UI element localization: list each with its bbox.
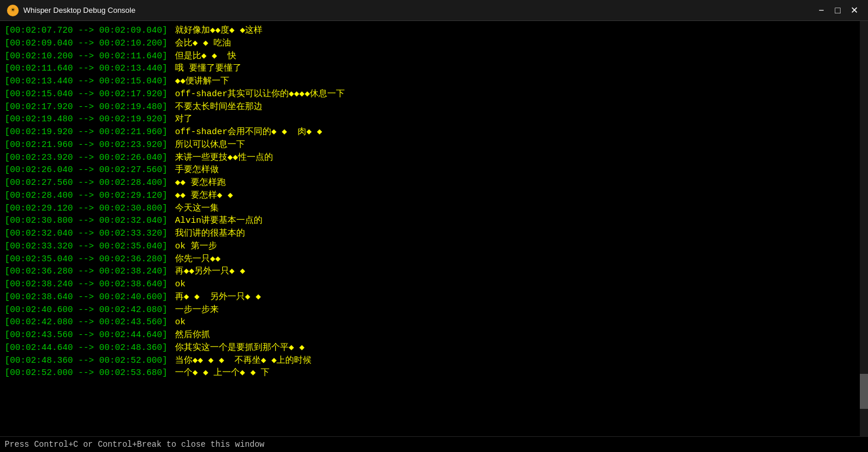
console-line: [00:02:38.640 --> 00:02:40.600] 再◆ ◆ 另外一…	[5, 291, 863, 304]
timestamp: [00:02:13.440 --> 00:02:15.040]	[5, 75, 167, 88]
timestamp: [00:02:40.600 --> 00:02:42.080]	[5, 304, 167, 317]
line-content: off-shader会用不同的◆ ◆ 肉◆ ◆	[170, 126, 322, 139]
line-content: ok	[170, 316, 186, 329]
timestamp: [00:02:19.480 --> 00:02:19.920]	[5, 113, 167, 126]
line-content: 你其实这一个是要抓到那个平◆ ◆	[170, 342, 304, 355]
timestamp: [00:02:42.080 --> 00:02:43.560]	[5, 316, 167, 329]
line-content: ◆◆ 要怎样◆ ◆	[170, 190, 233, 202]
console-line: [00:02:23.920 --> 00:02:26.040] 来讲一些更技◆◆…	[5, 152, 863, 164]
timestamp: [00:02:33.320 --> 00:02:35.040]	[5, 240, 167, 253]
close-button[interactable]: ✕	[847, 3, 861, 17]
title-bar: ☀ Whisper Desktop Debug Console − □ ✕	[0, 0, 868, 21]
console-line: [00:02:48.360 --> 00:02:52.000] 当你◆◆ ◆ ◆…	[5, 355, 863, 367]
timestamp: [00:02:23.920 --> 00:02:26.040]	[5, 152, 167, 164]
timestamp: [00:02:38.640 --> 00:02:40.600]	[5, 291, 167, 304]
console-line: [00:02:19.920 --> 00:02:21.960] off-shad…	[5, 126, 863, 139]
console-line: [00:02:44.640 --> 00:02:48.360] 你其实这一个是要…	[5, 342, 863, 355]
console-line: [00:02:17.920 --> 00:02:19.480] 不要太长时间坐在…	[5, 101, 863, 114]
scrollbar-thumb[interactable]	[860, 374, 868, 409]
timestamp: [00:02:09.040 --> 00:02:10.200]	[5, 37, 167, 50]
line-content: 手要怎样做	[170, 164, 219, 177]
console-line: [00:02:33.320 --> 00:02:35.040] ok 第一步	[5, 240, 863, 253]
line-content: 我们讲的很基本的	[170, 227, 245, 240]
maximize-button[interactable]: □	[831, 3, 845, 17]
line-content: 但是比◆ ◆ 快	[170, 50, 236, 63]
timestamp: [00:02:44.640 --> 00:02:48.360]	[5, 342, 167, 355]
window-title: Whisper Desktop Debug Console	[23, 6, 814, 15]
timestamp: [00:02:26.040 --> 00:02:27.560]	[5, 164, 167, 177]
line-content: 对了	[170, 113, 192, 126]
timestamp: [00:02:30.800 --> 00:02:32.040]	[5, 215, 167, 227]
line-content: ◆◆ 要怎样跑	[170, 177, 226, 190]
console-line: [00:02:10.200 --> 00:02:11.640] 但是比◆ ◆ 快	[5, 50, 863, 63]
main-window: ☀ Whisper Desktop Debug Console − □ ✕ [0…	[0, 0, 868, 452]
timestamp: [00:02:19.920 --> 00:02:21.960]	[5, 126, 167, 139]
console-line: [00:02:32.040 --> 00:02:33.320] 我们讲的很基本的	[5, 227, 863, 240]
console-line: [00:02:26.040 --> 00:02:27.560] 手要怎样做	[5, 164, 863, 177]
console-line: [00:02:29.120 --> 00:02:30.800] 今天这一集	[5, 202, 863, 215]
line-content: 来讲一些更技◆◆性一点的	[170, 152, 273, 164]
timestamp: [00:02:15.040 --> 00:02:17.920]	[5, 88, 167, 101]
console-line: [00:02:42.080 --> 00:02:43.560] ok	[5, 316, 863, 329]
console-line: [00:02:09.040 --> 00:02:10.200] 会比◆ ◆ 吃油	[5, 37, 863, 50]
app-icon: ☀	[7, 5, 19, 16]
timestamp: [00:02:36.280 --> 00:02:38.240]	[5, 265, 167, 278]
console-content[interactable]: [00:02:07.720 --> 00:02:09.040] 就好像加◆◆度◆…	[0, 23, 868, 434]
timestamp: [00:02:11.640 --> 00:02:13.440]	[5, 62, 167, 75]
status-bar: Press Control+C or Control+Break to clos…	[0, 436, 868, 452]
console-line: [00:02:21.960 --> 00:02:23.920] 所以可以休息一下	[5, 139, 863, 152]
console-line: [00:02:30.800 --> 00:02:32.040] Alvin讲要基…	[5, 215, 863, 227]
console-line: [00:02:36.280 --> 00:02:38.240] 再◆◆另外一只◆…	[5, 265, 863, 278]
timestamp: [00:02:17.920 --> 00:02:19.480]	[5, 101, 167, 114]
line-content: 会比◆ ◆ 吃油	[170, 37, 231, 50]
line-content: 再◆ ◆ 另外一只◆ ◆	[170, 291, 261, 304]
console-line: [00:02:11.640 --> 00:02:13.440] 哦 要懂了要懂了	[5, 62, 863, 75]
timestamp: [00:02:10.200 --> 00:02:11.640]	[5, 50, 167, 63]
line-content: 一步一步来	[170, 304, 219, 317]
line-content: ok 第一步	[170, 240, 217, 253]
line-content: 哦 要懂了要懂了	[170, 62, 242, 75]
line-content: 就好像加◆◆度◆ ◆这样	[170, 24, 262, 37]
line-content: Alvin讲要基本一点的	[170, 215, 262, 227]
console-line: [00:02:43.560 --> 00:02:44.640] 然后你抓	[5, 329, 863, 342]
timestamp: [00:02:27.560 --> 00:02:28.400]	[5, 177, 167, 190]
line-content: 今天这一集	[170, 202, 219, 215]
timestamp: [00:02:29.120 --> 00:02:30.800]	[5, 202, 167, 215]
line-content: 所以可以休息一下	[170, 139, 245, 152]
console-line: [00:02:15.040 --> 00:02:17.920] off-shad…	[5, 88, 863, 101]
status-text: Press Control+C or Control+Break to clos…	[5, 440, 264, 449]
console-line: [00:02:07.720 --> 00:02:09.040] 就好像加◆◆度◆…	[5, 24, 863, 37]
timestamp: [00:02:52.000 --> 00:02:53.680]	[5, 367, 167, 380]
minimize-button[interactable]: −	[814, 3, 828, 17]
scrollbar-track[interactable]	[860, 21, 868, 436]
line-content: ◆◆便讲解一下	[170, 75, 229, 88]
console-line: [00:02:13.440 --> 00:02:15.040] ◆◆便讲解一下	[5, 75, 863, 88]
timestamp: [00:02:43.560 --> 00:02:44.640]	[5, 329, 167, 342]
line-content: ok	[170, 278, 186, 291]
timestamp: [00:02:07.720 --> 00:02:09.040]	[5, 24, 167, 37]
console-line: [00:02:52.000 --> 00:02:53.680] 一个◆ ◆ 上一…	[5, 367, 863, 380]
console-line: [00:02:28.400 --> 00:02:29.120] ◆◆ 要怎样◆ …	[5, 190, 863, 202]
timestamp: [00:02:21.960 --> 00:02:23.920]	[5, 139, 167, 152]
timestamp: [00:02:38.240 --> 00:02:38.640]	[5, 278, 167, 291]
line-content: 再◆◆另外一只◆ ◆	[170, 265, 245, 278]
console-line: [00:02:38.240 --> 00:02:38.640] ok	[5, 278, 863, 291]
window-controls: − □ ✕	[814, 3, 861, 17]
timestamp: [00:02:35.040 --> 00:02:36.280]	[5, 253, 167, 266]
console-line: [00:02:19.480 --> 00:02:19.920] 对了	[5, 113, 863, 126]
line-content: off-shader其实可以让你的◆◆◆◆休息一下	[170, 88, 345, 101]
line-content: 一个◆ ◆ 上一个◆ ◆ 下	[170, 367, 270, 380]
console-line: [00:02:27.560 --> 00:02:28.400] ◆◆ 要怎样跑	[5, 177, 863, 190]
console-line: [00:02:40.600 --> 00:02:42.080] 一步一步来	[5, 304, 863, 317]
line-content: 当你◆◆ ◆ ◆ 不再坐◆ ◆上的时候	[170, 355, 312, 367]
line-content: 不要太长时间坐在那边	[170, 101, 262, 114]
console-area: [00:02:07.720 --> 00:02:09.040] 就好像加◆◆度◆…	[0, 21, 868, 436]
line-content: 然后你抓	[170, 329, 210, 342]
timestamp: [00:02:32.040 --> 00:02:33.320]	[5, 227, 167, 240]
console-line: [00:02:35.040 --> 00:02:36.280] 你先一只◆◆	[5, 253, 863, 266]
timestamp: [00:02:28.400 --> 00:02:29.120]	[5, 190, 167, 202]
timestamp: [00:02:48.360 --> 00:02:52.000]	[5, 355, 167, 367]
line-content: 你先一只◆◆	[170, 253, 220, 266]
